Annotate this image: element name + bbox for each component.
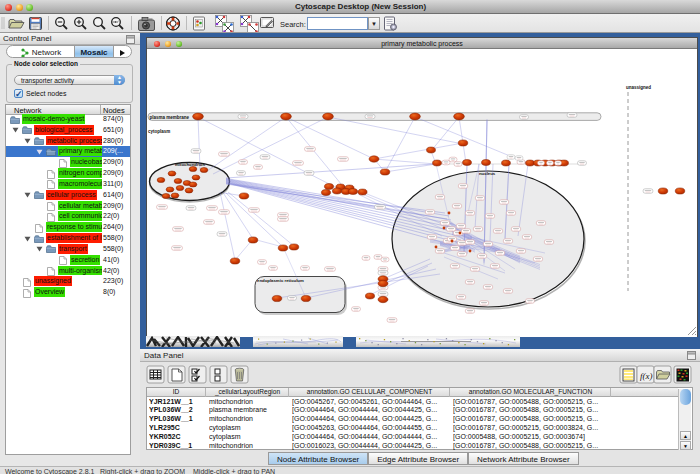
svg-text:nucleus: nucleus: [479, 171, 496, 176]
svg-text:f(x): f(x): [640, 371, 653, 381]
svg-text:cytoplasm: cytoplasm: [148, 129, 170, 134]
svg-text:unassigned: unassigned: [626, 85, 651, 90]
svg-text:mitochondrion: mitochondrion: [175, 162, 205, 167]
svg-text:plasma membrane: plasma membrane: [150, 115, 190, 120]
svg-text:endoplasmic reticulum: endoplasmic reticulum: [257, 278, 304, 283]
